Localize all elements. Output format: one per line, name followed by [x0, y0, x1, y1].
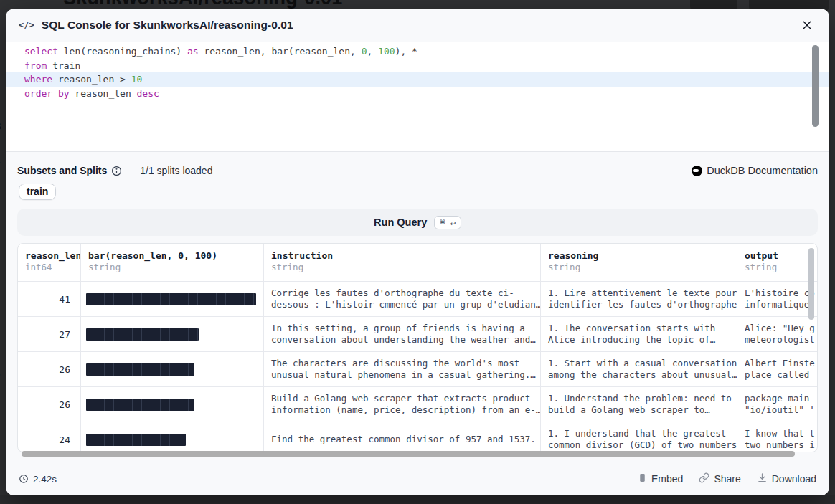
- footer-actions: EmbedShareDownload: [638, 472, 816, 485]
- reason-bar: [86, 434, 186, 446]
- cell-reasoning: 1. The conversation starts with Alice in…: [541, 317, 737, 351]
- results-body: 41Corrige les fautes d'orthographe du te…: [18, 282, 817, 452]
- code-line[interactable]: select len(reasoning_chains) as reason_l…: [6, 44, 829, 59]
- table-vertical-scrollbar[interactable]: [808, 248, 814, 320]
- cell-reason-len: 26: [18, 387, 81, 422]
- column-name: instruction: [271, 250, 533, 261]
- splits-list: train: [19, 184, 829, 200]
- column-name: reason_len: [25, 250, 73, 261]
- cell-reasoning: 1. Lire attentivement le texte pour iden…: [541, 282, 737, 316]
- reason-bar: [86, 363, 194, 376]
- reason-bar: [86, 293, 256, 305]
- cell-reasoning: 1. Understand the problem: need to build…: [541, 387, 737, 422]
- download-icon: [757, 472, 768, 485]
- table-row: 26Build a Golang web scraper that extrac…: [18, 387, 817, 422]
- modal-title: SQL Console for SkunkworksAI/reasoning-0…: [42, 19, 293, 32]
- background-text-fragment: s: [0, 399, 5, 411]
- background-text-fragment: B: [0, 120, 5, 132]
- sql-console-modal: </> SQL Console for SkunkworksAI/reasoni…: [6, 9, 829, 495]
- cell-instruction: Build a Golang web scraper that extracts…: [264, 387, 541, 422]
- reason-bar: [86, 328, 199, 341]
- column-name: output: [745, 250, 810, 261]
- cell-instruction: The characters are discussing the world'…: [264, 352, 541, 386]
- download-button[interactable]: Download: [757, 472, 816, 485]
- code-line[interactable]: where reason_len > 10: [6, 72, 829, 87]
- reason-bar: [86, 399, 194, 411]
- cell-bar: [81, 387, 264, 422]
- code-line[interactable]: order by reason_len desc: [6, 87, 829, 101]
- column-type: string: [88, 262, 256, 272]
- divider: [131, 165, 131, 176]
- query-duration-label: 2.42s: [33, 474, 57, 485]
- embed-button[interactable]: Embed: [638, 472, 683, 485]
- action-label: Embed: [651, 473, 683, 485]
- run-query-button[interactable]: Run Query ⌘ ↵: [17, 209, 818, 236]
- split-chip-train[interactable]: train: [19, 184, 56, 200]
- cell-reasoning: 1. Start with a casual conversation amon…: [541, 352, 737, 386]
- table-horizontal-scrollbar[interactable]: [22, 451, 795, 457]
- close-icon[interactable]: [798, 16, 816, 34]
- table-row: 24Find the greatest common divisor of 95…: [18, 422, 817, 452]
- column-type: string: [548, 262, 730, 272]
- table-row: 41Corrige les fautes d'orthographe du te…: [18, 282, 817, 317]
- cell-instruction: In this setting, a group of friends is h…: [264, 317, 541, 351]
- modal-header: </> SQL Console for SkunkworksAI/reasoni…: [6, 9, 829, 42]
- cell-reason-len: 26: [18, 352, 81, 386]
- cell-output: I know that t two numbers i: [737, 422, 817, 452]
- subsets-heading: Subsets and Splits: [17, 165, 107, 176]
- sql-editor-lines: select len(reasoning_chains) as reason_l…: [6, 44, 829, 100]
- cell-instruction: Corrige les fautes d'orthographe du text…: [264, 282, 541, 316]
- keyboard-shortcut-badge: ⌘ ↵: [434, 216, 461, 229]
- cell-reason-len: 41: [18, 282, 81, 316]
- sql-editor[interactable]: select len(reasoning_chains) as reason_l…: [6, 42, 829, 151]
- background-strip: [0, 495, 835, 504]
- code-icon: </>: [19, 20, 34, 30]
- column-header: reasoningstring: [541, 244, 737, 281]
- cell-bar: [81, 352, 264, 386]
- action-label: Share: [714, 473, 740, 485]
- code-line[interactable]: from train: [6, 59, 829, 73]
- column-name: bar(reason_len, 0, 100): [88, 250, 256, 261]
- cell-output: package main "io/ioutil" ': [737, 387, 817, 422]
- background-text-fragment: T: [0, 159, 5, 171]
- column-type: string: [745, 262, 810, 272]
- share-button[interactable]: Share: [699, 472, 740, 485]
- modal-footer: 2.42s EmbedShareDownload: [6, 462, 829, 495]
- table-row: 27In this setting, a group of friends is…: [18, 317, 817, 352]
- run-query-label: Run Query: [374, 217, 427, 228]
- splits-loaded-status: 1/1 splits loaded: [140, 165, 212, 176]
- duckdb-docs-label: DuckDB Documentation: [707, 165, 818, 176]
- duckdb-logo-icon: [692, 166, 702, 176]
- cell-bar: [81, 282, 264, 316]
- column-header: bar(reason_len, 0, 100)string: [81, 244, 264, 281]
- cell-output: Albert Einste place called: [737, 352, 817, 386]
- column-name: reasoning: [548, 250, 730, 261]
- cell-bar: [81, 317, 264, 351]
- cell-reason-len: 24: [18, 422, 81, 452]
- query-duration: 2.42s: [19, 474, 57, 485]
- cell-reasoning: 1. I understand that the greatest common…: [541, 422, 737, 452]
- editor-scrollbar[interactable]: [812, 45, 819, 127]
- embed-icon: [638, 472, 647, 485]
- info-icon[interactable]: [111, 166, 122, 176]
- background-text-fragment: T: [0, 371, 5, 384]
- column-header: outputstring: [737, 244, 817, 281]
- background-text-fragment: e: [0, 56, 5, 68]
- duckdb-docs-link[interactable]: DuckDB Documentation: [692, 165, 818, 176]
- results-header-row: reason_lenint64bar(reason_len, 0, 100)st…: [18, 244, 817, 282]
- clock-icon: [19, 474, 29, 484]
- cell-output: L'histoire co informatique: [737, 282, 817, 316]
- cell-instruction: Find the greatest common divisor of 957 …: [264, 422, 541, 452]
- cell-bar: [81, 422, 264, 452]
- share-icon: [699, 472, 709, 485]
- cell-reason-len: 27: [18, 317, 81, 351]
- table-row: 26The characters are discussing the worl…: [18, 352, 817, 387]
- results-table: reason_lenint64bar(reason_len, 0, 100)st…: [17, 243, 818, 452]
- column-header: instructionstring: [264, 244, 541, 281]
- column-type: string: [271, 262, 533, 272]
- action-label: Download: [772, 473, 816, 485]
- column-header: reason_lenint64: [18, 244, 81, 281]
- column-type: int64: [25, 262, 73, 272]
- cell-output: Alice: "Hey g meteorologist: [737, 317, 817, 351]
- divider: [6, 151, 829, 152]
